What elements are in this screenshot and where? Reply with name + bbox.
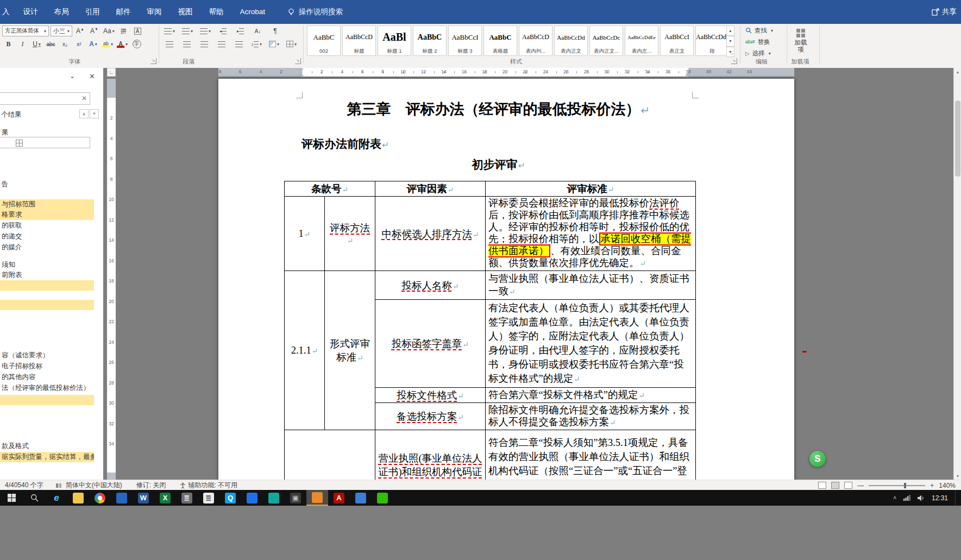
numbered-list-button[interactable]: ▾ [181,26,194,36]
taskbar-app-gray[interactable]: ≣ [176,490,198,506]
tab-help[interactable]: 帮助 [201,0,232,24]
tab-layout[interactable]: 布局 [46,0,77,24]
gallery-more-button[interactable]: ▼̲ [726,47,734,57]
nav-search-input[interactable]: ✕ [0,92,90,105]
style-card[interactable]: AaBbCcD表内列... [519,26,552,56]
cell-standard-bidder-name[interactable]: 与营业执照（事业单位法人证书）、资质证书一致↵ [486,271,696,300]
multilevel-list-button[interactable]: ▾ [199,26,212,36]
chevron-down-icon[interactable]: ⌄ [70,72,75,80]
italic-button[interactable]: I [16,39,29,49]
style-card[interactable]: AaBbCcI表正文 [660,26,694,56]
tab-references[interactable]: 引用 [77,0,108,24]
sort-button[interactable]: A↓ [252,26,264,36]
shrink-font-button[interactable]: A▼ [88,26,101,36]
tray-expand-icon[interactable]: ˄ [893,495,896,501]
share-button[interactable]: 共享 [932,0,957,24]
bullet-list-button[interactable]: ▾ [163,26,176,36]
taskbar-clock[interactable]: 12:31 [932,494,948,502]
nav-result-item[interactable]: 款及格式 [0,441,102,451]
justify-button[interactable] [215,39,228,49]
subtitle[interactable]: 评标办法前附表↵ [302,136,389,152]
print-layout-button[interactable] [831,482,839,489]
cell-standard-signature[interactable]: 有法定代表人（单位负责人）或其委托代理人签字或加盖单位章。由法定代表人（单位负责… [486,300,696,388]
header-clause[interactable]: 条款号↵ [285,181,375,197]
scroll-up-arrow[interactable]: ▲ [954,68,961,75]
taskbar-acrobat[interactable]: A [328,490,350,506]
tab-design[interactable]: 设计 [15,0,46,24]
nav-result-item[interactable]: 与招标范围 [0,199,94,210]
previous-result-button[interactable]: ▲ [79,109,89,118]
word-count[interactable]: 4/40540 个字 [5,481,43,490]
taskbar-app-teal[interactable] [263,490,285,506]
align-right-button[interactable] [198,39,210,49]
cell-standard-alternative[interactable]: 除招标文件明确允许提交备选投标方案外，投标人不得提交备选投标方案↵ [486,403,696,430]
text-effects-button[interactable]: A▾ [87,39,99,49]
taskbar-search-button[interactable] [23,490,46,506]
style-card[interactable]: AaBbCcDdI段 [695,26,729,56]
scroll-down-arrow[interactable]: ▼ [954,472,961,480]
font-name-combo[interactable]: 方正黑体简体▾ [2,26,49,36]
style-card[interactable]: AaBbC标题 2 [413,26,447,56]
nav-result-item[interactable] [0,395,94,405]
find-button[interactable]: 查找▾ [745,25,773,36]
read-mode-button[interactable] [818,482,826,489]
style-card[interactable]: AaBbCcDd表内正文 [554,26,588,56]
nav-result-item[interactable]: 格要求 [0,210,94,220]
document-page[interactable]: 第三章 评标办法（经评审的最低投标价法）↵ 评标办法前附表↵ 初步评审↵ 条款号… [218,79,794,480]
cell-factor-file-format[interactable]: 投标文件格式↵ [375,388,486,403]
nav-result-item[interactable] [0,280,94,291]
taskbar-excel[interactable]: X [154,490,176,506]
style-card[interactable]: AaBl标题 1 [378,26,411,56]
chapter-title[interactable]: 第三章 评标办法（经评审的最低投标价法）↵ [302,99,695,119]
taskbar-app-blue-1[interactable] [111,490,133,506]
grow-font-button[interactable]: A▲ [74,26,86,36]
tray-volume-icon[interactable] [918,495,925,501]
cell-factor-ranking[interactable]: 中标候选人排序方法↵ [375,197,486,271]
strikethrough-button[interactable]: abc [45,39,57,49]
tell-me-search[interactable]: 操作说明搜索 [287,7,343,17]
distribute-button[interactable] [233,39,245,49]
cell-factor-alternative[interactable]: 备选投标方案↵ [375,403,486,430]
start-button[interactable] [0,490,23,506]
show-desktop-button[interactable] [955,490,959,506]
taskbar-word[interactable]: W [133,490,154,506]
close-icon[interactable]: ✕ [89,72,95,80]
taskbar-edge[interactable]: e [46,490,67,506]
tab-mailings[interactable]: 邮件 [108,0,139,24]
style-card[interactable]: AaBbC002 [307,26,341,56]
cell-standard-file-format[interactable]: 符合第六章“投标文件格式”的规定↵ [486,388,696,403]
hanging-indent-marker[interactable] [298,73,304,76]
taskbar-wechat[interactable] [372,490,393,506]
track-changes-indicator[interactable]: 修订: 关闭 [136,481,166,490]
taskbar-app-white-doc[interactable]: ≣ [198,490,219,506]
taskbar-app-blue-2[interactable] [241,490,263,506]
tab-view[interactable]: 视图 [170,0,201,24]
nav-result-item[interactable]: 法（经评审的最低投标价法） [0,383,102,393]
nav-result-item[interactable]: 的媒介 [0,242,102,253]
show-formatting-marks-button[interactable]: ¶ [269,26,281,36]
scrollbar-thumb[interactable] [955,100,960,177]
nav-result-item[interactable]: 果 [0,128,102,138]
next-result-button[interactable]: ▼ [90,109,99,118]
tab-insert-partial[interactable]: 入 [0,0,15,24]
tab-review[interactable]: 审阅 [139,0,170,24]
styles-dialog-launcher[interactable]: ↘ [731,58,737,64]
cell-factor-signature[interactable]: 投标函签字盖章↵ [375,300,486,388]
nav-result-item[interactable]: 的其他内容 [0,372,102,382]
nav-filter-dropdown[interactable] [0,137,90,148]
header-standard[interactable]: 评审标准↵ [486,181,696,197]
cell-factor-bidder-name[interactable]: 投标人名称↵ [375,271,486,300]
tab-acrobat[interactable]: Acrobat [232,0,274,24]
evaluation-table[interactable]: 条款号↵ 评审因素↵ 评审标准↵ 1↵ 评标方法↵ 中标候选人排序方法↵ 评标委… [284,181,696,480]
cell-standard-ranking[interactable]: 评标委员会根据经评审的最低投标价法评价后，按评标价由低到高顺序排序推荐中标候选人… [486,197,696,271]
replace-button[interactable]: ab⇄ 替换 [745,36,770,47]
horizontal-ruler[interactable]: 8642246810121416182022242628303234363840… [218,68,794,77]
phonetic-guide-button[interactable]: 拼 [117,26,130,36]
style-card[interactable]: AaBbCcDc表内正文... [589,26,623,56]
nav-result-item[interactable]: 须知 [0,260,102,270]
cell-standard-license[interactable]: 符合第二章“投标人须知”第3.5.1项规定，具备有效的营业执照（事业单位法人证书… [486,430,696,480]
underline-button[interactable]: U▾ [30,39,43,49]
align-left-button[interactable] [163,39,175,49]
header-factor[interactable]: 评审因素↵ [375,181,486,197]
nav-result-item[interactable]: 容（诚信要求） [0,350,102,361]
